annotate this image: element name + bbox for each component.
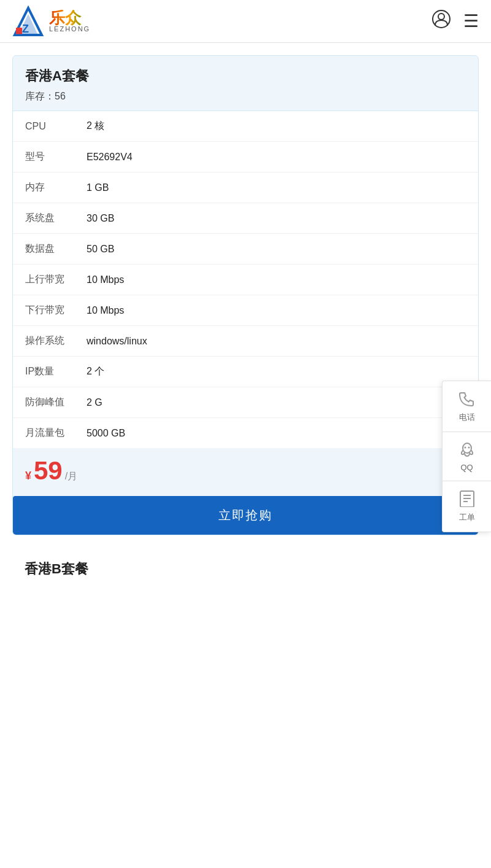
spec-value: 2 个 xyxy=(87,365,104,378)
workorder-icon xyxy=(459,490,475,510)
package-a-card: 香港A套餐 库存：56 CPU2 核型号E52692V4内存1 GB系统盘30 … xyxy=(12,55,479,535)
svg-rect-2 xyxy=(16,28,22,35)
svg-point-7 xyxy=(463,443,471,453)
svg-point-6 xyxy=(438,14,444,20)
package-a-header: 香港A套餐 库存：56 xyxy=(13,56,478,111)
svg-point-8 xyxy=(464,447,466,449)
header-icons: ☰ xyxy=(431,9,479,33)
spec-label: 系统盘 xyxy=(25,212,87,225)
logo-english: LEZHONG xyxy=(49,26,90,33)
spec-row: 防御峰值2 G xyxy=(13,387,478,418)
svg-point-9 xyxy=(468,447,470,449)
main-content: 香港A套餐 库存：56 CPU2 核型号E52692V4内存1 GB系统盘30 … xyxy=(0,43,491,597)
qq-icon xyxy=(458,441,476,460)
spec-value: 2 G xyxy=(87,397,102,408)
spec-label: 型号 xyxy=(25,150,87,163)
spec-value: 30 GB xyxy=(87,213,114,224)
spec-label: 数据盘 xyxy=(25,242,87,255)
package-b-title: 香港B套餐 xyxy=(12,548,479,584)
workorder-label: 工单 xyxy=(459,512,475,523)
spec-value: windows/linux xyxy=(87,336,147,347)
spec-label: 下行带宽 xyxy=(25,304,87,317)
logo-area: Z 乐众 LEZHONG xyxy=(12,6,90,37)
sidebar-qq-button[interactable]: QQ xyxy=(443,432,491,481)
spec-label: 内存 xyxy=(25,181,87,194)
sidebar-phone-button[interactable]: 电话 xyxy=(443,381,491,432)
buy-button[interactable]: 立即抢购 xyxy=(13,496,478,535)
floating-sidebar: 电话QQ工单 xyxy=(442,381,491,532)
spec-row: 月流量包5000 GB xyxy=(13,418,478,448)
user-icon[interactable] xyxy=(431,9,451,33)
price-period: /月 xyxy=(65,470,77,483)
package-a-stock: 库存：56 xyxy=(25,90,466,103)
stock-label: 库存： xyxy=(25,91,55,101)
logo-icon: Z xyxy=(12,6,44,37)
spec-value: 50 GB xyxy=(87,244,114,255)
spec-label: CPU xyxy=(25,121,87,132)
spec-row: 上行带宽10 Mbps xyxy=(13,265,478,295)
price-section: ¥ 59 /月 xyxy=(13,448,478,490)
price-number: 59 xyxy=(34,458,63,484)
spec-row: 系统盘30 GB xyxy=(13,203,478,234)
price-currency: ¥ xyxy=(25,470,31,482)
spec-value: E52692V4 xyxy=(87,152,133,163)
package-a-title: 香港A套餐 xyxy=(25,67,466,85)
phone-icon xyxy=(458,390,476,409)
svg-text:Z: Z xyxy=(22,23,29,35)
logo-text: 乐众 LEZHONG xyxy=(49,10,90,33)
spec-row: CPU2 核 xyxy=(13,111,478,142)
spec-row: 操作系统windows/linux xyxy=(13,326,478,357)
spec-value: 1 GB xyxy=(87,182,109,193)
qq-label: QQ xyxy=(460,463,473,472)
spec-label: 防御峰值 xyxy=(25,396,87,409)
spec-row: 下行带宽10 Mbps xyxy=(13,295,478,326)
spec-value: 10 Mbps xyxy=(87,274,124,285)
logo-chinese: 乐众 xyxy=(49,10,90,26)
spec-row: IP数量2 个 xyxy=(13,357,478,387)
sidebar-workorder-button[interactable]: 工单 xyxy=(443,481,491,532)
price-display: ¥ 59 /月 xyxy=(25,458,466,484)
spec-label: 操作系统 xyxy=(25,335,87,347)
menu-icon[interactable]: ☰ xyxy=(463,11,479,31)
spec-row: 内存1 GB xyxy=(13,172,478,203)
spec-label: 月流量包 xyxy=(25,427,87,440)
header: Z 乐众 LEZHONG ☰ xyxy=(0,0,491,43)
phone-label: 电话 xyxy=(459,412,475,423)
spec-value: 2 核 xyxy=(87,120,104,133)
stock-value: 56 xyxy=(55,91,66,101)
spec-label: 上行带宽 xyxy=(25,273,87,286)
spec-value: 10 Mbps xyxy=(87,305,124,316)
spec-row: 型号E52692V4 xyxy=(13,142,478,172)
spec-value: 5000 GB xyxy=(87,428,125,439)
spec-label: IP数量 xyxy=(25,365,87,378)
spec-row: 数据盘50 GB xyxy=(13,234,478,265)
specs-table: CPU2 核型号E52692V4内存1 GB系统盘30 GB数据盘50 GB上行… xyxy=(13,111,478,448)
